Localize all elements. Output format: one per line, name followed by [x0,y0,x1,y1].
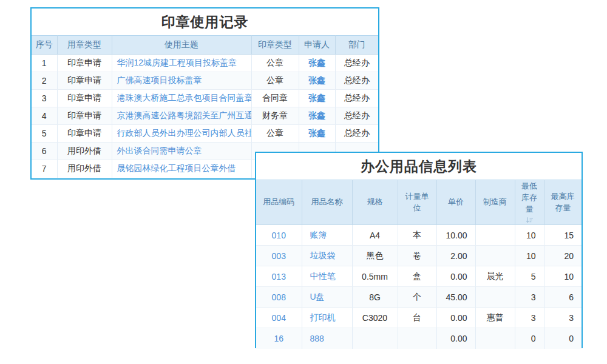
cell-maker: 惠普 [475,308,515,328]
cell-unit: 个 [398,287,436,308]
table-row: 008 U盘 8G 个 45.00 3 6 [256,287,582,308]
cell-maker [475,328,515,349]
table-row: 013 中性笔 0.5mm 盒 0.00 晨光 5 10 [256,266,582,287]
table-row: 1 印章申请 华润12城房建工程项目投标盖章 公章 张鑫 总经办 [32,55,378,72]
cell-maker [475,225,515,246]
cell-min-stock: 0 [515,328,544,349]
cell-max-stock: 0 [544,328,582,349]
cell-dept: 总经办 [335,72,378,90]
cell-no: 1 [32,55,57,72]
cell-max-stock: 6 [544,287,582,308]
seal-table-header-row: 序号 用章类型 使用主题 印章类型 申请人 部门 [32,36,378,55]
table-row: 3 印章申请 港珠澳大桥施工总承包项目合同盖章 合同章 张鑫 总经办 [32,90,378,107]
cell-subject-link[interactable]: 行政部人员外出办理公司内部人员社 [112,125,251,143]
cell-dept: 总经办 [335,55,378,72]
cell-use-type: 用印外借 [57,143,112,160]
cell-subject-link[interactable]: 港珠澳大桥施工总承包项目合同盖章 [112,90,251,107]
cell-subject-link[interactable]: 广佛高速项目投标盖章 [112,72,251,90]
cell-spec: A4 [352,225,398,246]
table-row: 4 印章申请 京港澳高速公路粤境韶关至广州互通 财务章 张鑫 总经办 [32,107,378,125]
cell-price: 0.00 [436,308,475,328]
col-applicant: 申请人 [299,36,335,55]
col-unit: 计量单位 [398,180,436,225]
cell-item-name-link[interactable]: 打印机 [302,308,352,328]
table-row: 5 印章申请 行政部人员外出办理公司内部人员社 公章 张鑫 总经办 [32,125,378,143]
col-no: 序号 [32,36,57,55]
cell-use-type: 印章申请 [57,125,112,143]
table-row: 003 垃圾袋 黑色 卷 2.00 10 20 [256,246,582,266]
cell-max-stock: 10 [544,266,582,287]
cell-item-code-link[interactable]: 010 [256,225,302,246]
cell-subject-link[interactable]: 华润12城房建工程项目投标盖章 [112,55,251,72]
cell-dept: 总经办 [335,107,378,125]
seal-panel-title: 印章使用记录 [32,8,378,35]
cell-use-type: 印章申请 [57,55,112,72]
cell-use-type: 印章申请 [57,90,112,107]
col-spec: 规格 [352,180,398,225]
cell-seal-type: 公章 [251,55,299,72]
col-price: 单价 [436,180,475,225]
cell-item-code-link[interactable]: 008 [256,287,302,308]
cell-use-type: 印章申请 [57,107,112,125]
cell-subject-link[interactable]: 外出谈合同需申请公章 [112,143,251,160]
cell-maker [475,246,515,266]
col-dept: 部门 [335,36,378,55]
cell-price: 45.00 [436,287,475,308]
cell-item-name-link[interactable]: 888 [302,328,352,349]
cell-min-stock: 3 [515,287,544,308]
cell-item-name-link[interactable]: 中性笔 [302,266,352,287]
cell-unit: 本 [398,225,436,246]
cell-seal-type: 公章 [251,125,299,143]
cell-subject-link[interactable]: 晟铭园林绿化工程项目公章外借 [112,160,251,178]
office-supplies-panel: 办公用品信息列表 用品编码 用品名称 规格 计量单位 单价 制造商 最低库存量 [255,152,583,348]
cell-maker [475,287,515,308]
cell-dept: 总经办 [335,125,378,143]
cell-maker: 晨光 [475,266,515,287]
cell-item-name-link[interactable]: 垃圾袋 [302,246,352,266]
col-item-code: 用品编码 [256,180,302,225]
cell-price: 10.00 [436,225,475,246]
cell-no: 2 [32,72,57,90]
office-supplies-table: 用品编码 用品名称 规格 计量单位 单价 制造商 最低库存量 [256,180,582,349]
cell-unit: 台 [398,308,436,328]
cell-item-code-link[interactable]: 16 [256,328,302,349]
cell-no: 6 [32,143,57,160]
col-item-name: 用品名称 [302,180,352,225]
col-seal-type: 印章类型 [251,36,299,55]
design-canvas: 印章使用记录 序号 用章类型 使用主题 印章类型 申请人 部门 1 印 [0,0,607,364]
cell-no: 7 [32,160,57,178]
cell-use-type: 印章申请 [57,72,112,90]
table-row: 16 888 0.00 0 0 [256,328,582,349]
cell-subject-link[interactable]: 京港澳高速公路粤境韶关至广州互通 [112,107,251,125]
cell-spec [352,328,398,349]
col-min-stock[interactable]: 最低库存量 [515,180,544,225]
cell-price: 0.00 [436,328,475,349]
cell-dept: 总经办 [335,90,378,107]
col-subject: 使用主题 [112,36,251,55]
table-row: 010 账簿 A4 本 10.00 10 15 [256,225,582,246]
cell-applicant-link[interactable]: 张鑫 [299,90,335,107]
cell-min-stock: 5 [515,266,544,287]
col-use-type: 用章类型 [57,36,112,55]
cell-applicant-link[interactable]: 张鑫 [299,125,335,143]
cell-item-code-link[interactable]: 004 [256,308,302,328]
cell-spec: 黑色 [352,246,398,266]
cell-item-code-link[interactable]: 013 [256,266,302,287]
cell-max-stock: 3 [544,308,582,328]
cell-spec: 8G [352,287,398,308]
cell-item-code-link[interactable]: 003 [256,246,302,266]
cell-item-name-link[interactable]: U盘 [302,287,352,308]
col-min-stock-label: 最低库存量 [521,181,537,214]
cell-seal-type: 合同章 [251,90,299,107]
table-row: 2 印章申请 广佛高速项目投标盖章 公章 张鑫 总经办 [32,72,378,90]
cell-no: 3 [32,90,57,107]
cell-item-name-link[interactable]: 账簿 [302,225,352,246]
cell-applicant-link[interactable]: 张鑫 [299,107,335,125]
cell-seal-type: 财务章 [251,107,299,125]
cell-max-stock: 15 [544,225,582,246]
supplies-panel-title: 办公用品信息列表 [256,153,582,180]
cell-applicant-link[interactable]: 张鑫 [299,72,335,90]
cell-applicant-link[interactable]: 张鑫 [299,55,335,72]
sort-amount-icon[interactable] [520,217,539,224]
cell-price: 2.00 [436,246,475,266]
